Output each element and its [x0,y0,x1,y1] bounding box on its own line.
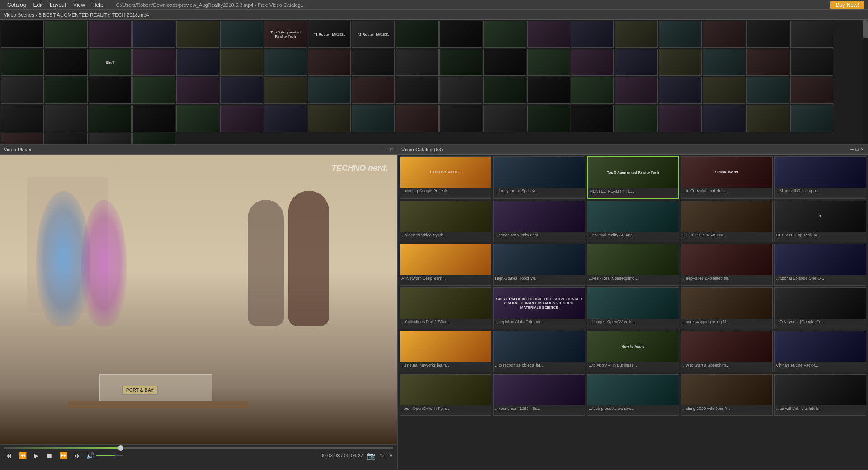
skip-back-button[interactable]: ⏮ [4,451,14,460]
vc-minimize[interactable]: ─ [850,146,854,152]
progress-bar[interactable] [4,446,393,449]
speed-dropdown[interactable]: ▼ [388,453,393,458]
scene-thumb-55[interactable] [746,77,789,104]
scene-thumb-11[interactable] [483,21,526,48]
scene-thumb-32[interactable] [571,49,614,76]
scene-thumb-13[interactable] [571,21,614,48]
scene-thumb-15[interactable] [659,21,702,48]
catalog-item-15[interactable]: ...Collections Part 2 Wha... [400,287,491,329]
prev-frame-button[interactable]: ⏪ [17,451,28,460]
catalog-item-8[interactable]: 3E OF 2017 IN 4K DJI... [681,201,773,242]
scene-thumb-4[interactable] [176,21,219,48]
catalog-item-5[interactable]: ...Video-to-Video Synth... [400,201,491,242]
catalog-item-11[interactable]: High-Stakes Robot Wi... [493,244,585,286]
scene-thumb-34[interactable] [659,49,702,76]
screenshot-button[interactable]: 📷 [367,451,376,460]
scene-thumb-52[interactable] [615,77,658,104]
scene-thumb-31[interactable] [527,49,570,76]
scene-thumb-79[interactable] [132,133,175,144]
catalog-item-27[interactable]: ...tech products we saw... [587,374,679,416]
scene-thumb-30[interactable] [483,49,526,76]
scene-thumb-70[interactable] [571,105,614,132]
scene-thumb-65[interactable] [352,105,395,132]
scene-thumb-76[interactable] [1,133,44,144]
catalog-item-9[interactable]: 7CES 2019 Top Tech To... [774,201,866,242]
catalog-item-3[interactable]: Simple World...to Convolutional Neur... [681,156,773,199]
catalog-item-0[interactable]: EXPLORE ADOP......coming Google Projects… [400,156,491,199]
scene-thumb-36[interactable] [746,49,789,76]
scene-thumb-38[interactable] [1,77,44,104]
stop-button[interactable]: ⏹ [44,451,54,460]
scene-thumb-64[interactable] [308,105,351,132]
vc-close[interactable]: ✕ [860,146,864,152]
vp-minimize[interactable]: ─ [385,147,389,152]
scene-thumb-27[interactable] [352,49,395,76]
menu-help[interactable]: Help [89,0,107,10]
scene-thumb-14[interactable] [615,21,658,48]
scene-thumb-49[interactable] [483,77,526,104]
volume-icon[interactable]: 🔊 [86,452,94,459]
scene-thumb-0[interactable] [1,21,44,48]
scene-thumb-73[interactable] [703,105,745,132]
scene-thumb-50[interactable] [527,77,570,104]
scene-thumb-67[interactable] [439,105,482,132]
scene-thumb-45[interactable] [308,77,351,104]
catalog-item-10[interactable]: AI Network Deep learn... [400,244,491,286]
scene-thumb-24[interactable] [220,49,263,76]
scene-thumb-2[interactable] [89,21,132,48]
catalog-item-13[interactable]: ...eepFakes Explained mi... [681,244,773,286]
scene-thumb-75[interactable] [790,105,833,132]
volume-bar[interactable] [96,455,123,456]
scene-thumb-1[interactable] [45,21,88,48]
scene-thumb-60[interactable] [132,105,175,132]
scene-thumb-10[interactable] [439,21,482,48]
scene-thumb-35[interactable] [703,49,745,76]
scene-thumb-48[interactable] [439,77,482,104]
scene-thumb-5[interactable] [220,21,263,48]
scene-thumb-39[interactable] [45,77,88,104]
scene-thumb-66[interactable] [396,105,439,132]
catalog-item-6[interactable]: ...gence Mankind's Last... [493,201,585,242]
catalog-item-16[interactable]: SOLVE PROTEIN FOLDING TO 1. SOLVE HUNGER… [493,287,585,329]
scene-thumb-56[interactable] [790,77,833,104]
scene-thumb-8[interactable]: #2 Route - M#1831 [352,21,395,48]
catalog-item-28[interactable]: ...ching 2020 with 7om P... [681,374,773,416]
catalog-item-21[interactable]: ...to recognize objects int... [493,331,585,372]
catalog-item-2[interactable]: Top 5 Augmented Reality TechMENTED REALI… [587,156,679,199]
scene-thumb-40[interactable] [89,77,132,104]
catalog-item-4[interactable]: ...Microsoft Office apps... [774,156,866,199]
vc-maximize[interactable]: □ [855,146,859,152]
scene-thumb-54[interactable] [703,77,745,104]
scene-thumb-47[interactable] [396,77,439,104]
catalog-item-12[interactable]: ...kes - Real Consequenc... [587,244,679,286]
next-frame-button[interactable]: ⏩ [58,451,69,460]
catalog-item-7[interactable]: ...s virtual reality AR and... [587,201,679,242]
scene-thumb-23[interactable] [176,49,219,76]
scene-thumb-18[interactable] [790,21,833,48]
catalog-item-1[interactable]: ...tant year for SpaceX... [493,156,585,199]
scene-thumb-41[interactable] [132,77,175,104]
scene-thumb-9[interactable] [396,21,439,48]
scene-thumb-46[interactable] [352,77,395,104]
scene-thumb-37[interactable] [790,49,833,76]
scene-thumb-43[interactable] [220,77,263,104]
scene-thumb-78[interactable] [89,133,132,144]
scene-thumb-42[interactable] [176,77,219,104]
speed-display[interactable]: 1x [379,453,385,458]
catalog-item-24[interactable]: China's Future Factor... [774,331,866,372]
menu-catalog[interactable]: Catalog [4,0,29,10]
catalog-item-22[interactable]: How to Apply...to Apply AI in Business..… [587,331,679,372]
scene-thumb-63[interactable] [264,105,307,132]
scene-thumb-21[interactable]: ShoT [89,49,132,76]
skip-forward-button[interactable]: ⏭ [73,451,83,460]
scene-thumb-20[interactable] [45,49,88,76]
catalog-item-19[interactable]: ...O Keynote (Google IO... [774,287,866,329]
top-catalog-scrollbar[interactable] [863,20,868,145]
scene-thumb-57[interactable] [1,105,44,132]
scene-thumb-69[interactable] [527,105,570,132]
scene-thumb-25[interactable] [264,49,307,76]
scene-thumb-29[interactable] [439,49,482,76]
scene-thumb-68[interactable] [483,105,526,132]
scene-thumb-74[interactable] [746,105,789,132]
scene-thumb-3[interactable] [132,21,175,48]
